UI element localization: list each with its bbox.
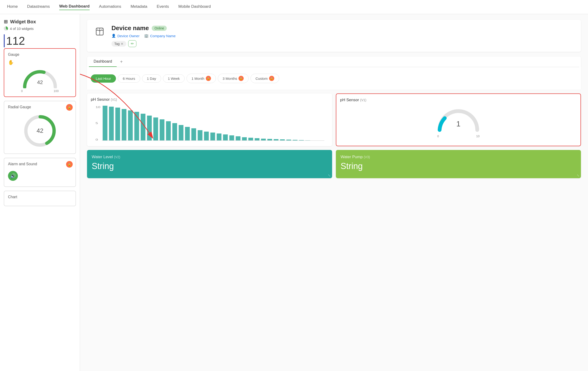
svg-rect-24 [191, 128, 196, 141]
main-layout: ⊞ Widget Box 4 of 10 widgets 112 Gauge ✋ [0, 14, 588, 371]
water-pump-title: Water Pump (V3) [341, 155, 576, 159]
gauge-min: 0 [21, 89, 23, 93]
widget-count-label: 4 of 10 widgets [10, 27, 34, 31]
svg-text:0: 0 [95, 138, 98, 141]
svg-text:42: 42 [37, 79, 42, 85]
radial-gauge-widget-card[interactable]: Radial Gauge 🔒 42 [4, 101, 76, 154]
dash-gauge-min: 0 [437, 134, 439, 138]
svg-rect-34 [255, 138, 259, 141]
time-btn-1month[interactable]: 1 Month 🔒 [187, 74, 216, 83]
time-3months-label: 3 Months [223, 76, 237, 80]
resize-icon: ⤡ [328, 174, 331, 177]
ph-sensor-chart-panel: pH Sesnor (V1) 10 5 0 [87, 93, 332, 146]
svg-text:1: 1 [456, 120, 461, 128]
device-info: Device name Online 👤 Device Owner 🏢 Comp… [112, 24, 575, 47]
drag-handle-icon[interactable]: ✋ [8, 60, 72, 65]
nav-automations[interactable]: Automations [99, 4, 121, 10]
alarm-sound-card-title: Alarm and Sound [8, 162, 72, 166]
ph-sensor-gauge-title: pH Sensor (V1) [340, 98, 577, 102]
time-btn-6hours[interactable]: 6 Hours [118, 74, 140, 83]
time-btn-3months[interactable]: 3 Months 🔒 [218, 74, 249, 83]
svg-rect-17 [147, 116, 152, 141]
time-btn-custom[interactable]: Custom 🔒 [251, 74, 279, 83]
sidebar-title: ⊞ Widget Box [4, 19, 76, 24]
device-name-row: Device name Online [112, 24, 575, 32]
svg-text:5: 5 [95, 122, 98, 125]
lock-3months-icon: 🔒 [239, 76, 244, 81]
svg-rect-26 [204, 131, 209, 141]
chart-card-title: Chart [8, 195, 72, 199]
water-level-title: Water Level (V2) [92, 155, 327, 159]
svg-rect-37 [274, 139, 278, 141]
gauge-card-title: Gauge [8, 53, 72, 57]
dash-gauge-labels: 0 10 [437, 134, 480, 138]
nav-datastreams[interactable]: Datastreams [27, 4, 50, 10]
alarm-sound-icon[interactable]: 🔊 [8, 171, 18, 181]
nav-events[interactable]: Events [157, 4, 169, 10]
svg-text:10: 10 [95, 106, 100, 109]
dash-gauge-wrap: 1 0 10 [340, 105, 577, 138]
time-1month-label: 1 Month [191, 76, 204, 80]
svg-rect-38 [280, 139, 285, 141]
tag-chip[interactable]: Tag ✕ [112, 41, 126, 47]
nav-web-dashboard[interactable]: Web Dashboard [59, 4, 90, 10]
time-btn-last-hour[interactable]: Last Hour [91, 74, 116, 83]
top-nav: Home Datastreams Web Dashboard Automatio… [0, 0, 588, 14]
water-pump-value: String [341, 161, 576, 171]
online-badge: Online [152, 26, 167, 31]
tab-dashboard[interactable]: Dashboard [89, 56, 117, 67]
building-icon: 🏢 [144, 34, 149, 38]
sidebar: ⊞ Widget Box 4 of 10 widgets 112 Gauge ✋ [0, 14, 80, 371]
dashboard-grid: pH Sesnor (V1) 10 5 0 [87, 93, 581, 178]
ph-sensor-gauge-panel: pH Sensor (V1) 1 0 10 [336, 93, 581, 146]
user-icon: 👤 [112, 34, 116, 38]
time-btn-1day[interactable]: 1 Day [142, 74, 161, 83]
widget-count-icon [4, 26, 8, 31]
device-owner-link[interactable]: 👤 Device Owner [112, 34, 139, 38]
alarm-sound-widget-card[interactable]: Alarm and Sound 🔒 🔊 [4, 158, 76, 187]
widget-count: 4 of 10 widgets [4, 26, 76, 31]
svg-text:42: 42 [36, 127, 43, 134]
svg-rect-30 [229, 135, 234, 141]
gauge-wrap: 42 [21, 67, 59, 88]
svg-rect-31 [236, 136, 240, 141]
svg-rect-11 [109, 107, 114, 141]
time-btn-1week[interactable]: 1 Week [163, 74, 185, 83]
svg-rect-29 [223, 134, 228, 141]
svg-rect-23 [185, 127, 190, 141]
device-icon [93, 24, 107, 39]
device-owner-label: Device Owner [117, 34, 139, 38]
svg-rect-28 [217, 133, 221, 141]
add-tab-button[interactable]: + [117, 57, 126, 66]
tag-label: Tag [114, 42, 120, 46]
company-name-link[interactable]: 🏢 Company Name [144, 34, 176, 38]
water-level-value: String [92, 161, 327, 171]
chart-area: 10 5 0 [91, 105, 328, 142]
svg-rect-12 [115, 108, 120, 141]
lock-custom-icon: 🔒 [269, 76, 274, 81]
svg-rect-22 [179, 125, 183, 141]
radial-gauge-wrap: 42 [21, 112, 59, 150]
svg-rect-10 [103, 106, 107, 141]
chart-widget-card[interactable]: Chart [4, 191, 76, 206]
water-level-tile: Water Level (V2) String ⤡ [87, 150, 332, 178]
nav-home[interactable]: Home [7, 4, 18, 10]
gauge-widget-card[interactable]: Gauge ✋ 42 0 100 [4, 48, 76, 97]
svg-rect-27 [210, 132, 215, 141]
gauge-container: 42 0 100 [8, 67, 72, 93]
nav-mobile-dashboard[interactable]: Mobile Dashboard [178, 4, 211, 10]
dashboard-tabs: Dashboard + [89, 56, 579, 67]
radial-gauge-lock-icon: 🔒 [66, 104, 73, 111]
nav-metadata[interactable]: Metadata [131, 4, 147, 10]
sidebar-title-label: Widget Box [10, 19, 36, 24]
svg-rect-36 [267, 139, 272, 141]
svg-rect-39 [286, 140, 291, 141]
dash-gauge-max: 10 [476, 134, 480, 138]
lock-1month-icon: 🔒 [206, 76, 211, 81]
tag-remove-icon[interactable]: ✕ [121, 42, 124, 46]
svg-rect-16 [141, 114, 145, 141]
edit-tag-button[interactable]: ✏ [128, 40, 136, 47]
gauge-max: 100 [54, 89, 59, 93]
svg-rect-13 [122, 109, 126, 141]
time-range-row: Last Hour 6 Hours 1 Day 1 Week 1 Month 🔒… [91, 74, 577, 83]
